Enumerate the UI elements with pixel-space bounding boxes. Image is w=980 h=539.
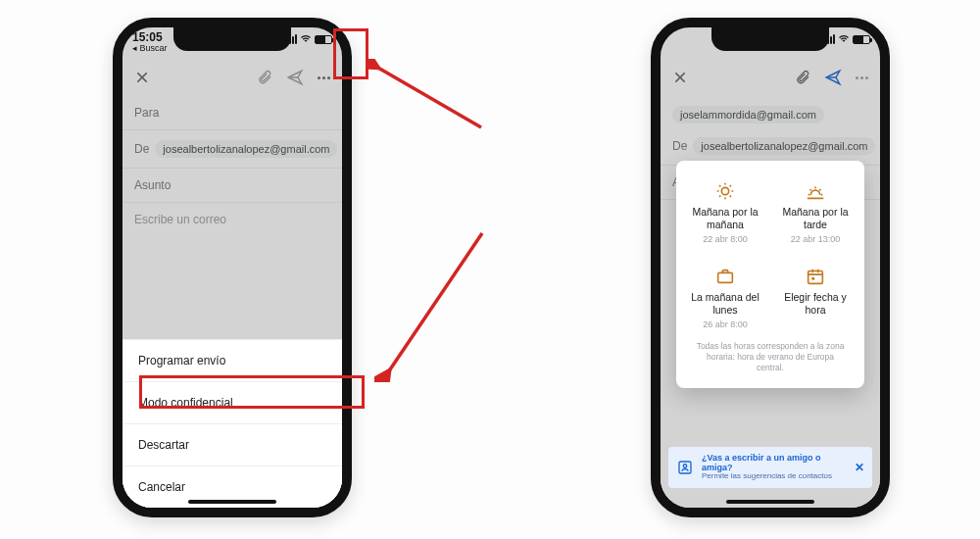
sheet-item-schedule-send[interactable]: Programar envío: [122, 339, 342, 382]
timezone-note: Todas las horas corresponden a la zona h…: [682, 333, 858, 375]
sunset-icon: [805, 180, 826, 202]
banner-title: ¿Vas a escribir a un amigo o amiga?: [702, 454, 847, 473]
schedule-option-pick-date[interactable]: Elegir fecha y hora: [772, 262, 858, 333]
banner-subtitle: Permite las sugerencias de contactos: [702, 472, 847, 481]
option-title: Elegir fecha y hora: [774, 291, 857, 316]
phone-notch: [711, 27, 829, 51]
svg-point-5: [683, 465, 686, 467]
svg-line-7: [388, 233, 482, 372]
sheet-item-discard[interactable]: Descartar: [122, 424, 342, 466]
option-title: Mañana por la tarde: [774, 206, 857, 230]
svg-rect-2: [808, 271, 823, 284]
schedule-option-monday-morning[interactable]: La mañana del lunes 26 abr 8:00: [682, 262, 768, 333]
option-title: Mañana por la mañana: [684, 206, 766, 230]
svg-point-0: [721, 187, 728, 194]
briefcase-icon: [714, 266, 736, 287]
svg-rect-3: [811, 277, 814, 280]
svg-rect-1: [718, 273, 733, 283]
option-date: 26 abr 8:00: [703, 319, 748, 329]
option-date: 22 abr 8:00: [703, 234, 748, 244]
phone-left: 15:05 ◂ Buscar: [113, 18, 352, 517]
banner-close-icon[interactable]: ✕: [855, 461, 864, 474]
home-indicator[interactable]: [726, 500, 814, 504]
schedule-send-card: Mañana por la mañana 22 abr 8:00 Mañana …: [676, 161, 864, 388]
option-date: 22 abr 13:00: [791, 234, 841, 244]
schedule-option-tomorrow-morning[interactable]: Mañana por la mañana 22 abr 8:00: [682, 176, 768, 248]
home-indicator[interactable]: [188, 500, 276, 504]
sheet-item-confidential[interactable]: Modo confidencial: [122, 382, 342, 424]
sunrise-icon: [714, 180, 736, 202]
schedule-option-tomorrow-afternoon[interactable]: Mañana por la tarde 22 abr 13:00: [772, 176, 858, 248]
calendar-icon: [805, 266, 826, 287]
callout-arrow-bottom: [374, 225, 492, 382]
option-title: La mañana del lunes: [684, 291, 766, 316]
phone-right: joselammordida@gmail.com De josealbertol…: [651, 18, 890, 517]
action-sheet: Programar envío Modo confidencial Descar…: [122, 339, 342, 508]
modal-overlay: [122, 27, 342, 357]
callout-arrow-top: [368, 59, 486, 137]
phone-notch: [173, 27, 291, 51]
contacts-icon: [676, 459, 694, 476]
svg-line-6: [376, 67, 481, 127]
contacts-suggestion-banner[interactable]: ¿Vas a escribir a un amigo o amiga? Perm…: [668, 447, 872, 488]
